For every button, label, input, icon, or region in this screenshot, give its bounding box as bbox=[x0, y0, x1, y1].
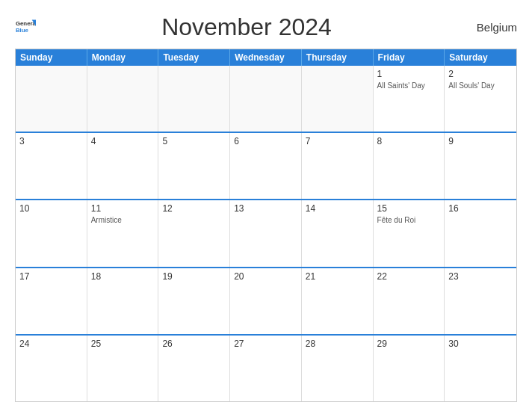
day-cell: 2All Souls' Day bbox=[445, 66, 516, 132]
day-cell: 23 bbox=[445, 268, 516, 334]
day-number: 15 bbox=[377, 203, 441, 214]
day-cell: 13 bbox=[230, 200, 302, 266]
day-number: 21 bbox=[306, 271, 369, 282]
day-number: 12 bbox=[162, 203, 226, 214]
day-number: 24 bbox=[19, 339, 83, 349]
day-number: 18 bbox=[91, 271, 155, 282]
day-cell: 14 bbox=[302, 200, 374, 266]
day-cell: 8 bbox=[374, 133, 445, 199]
day-cell: 1All Saints' Day bbox=[374, 66, 445, 132]
day-number: 3 bbox=[19, 136, 83, 146]
country-label: Belgium bbox=[457, 21, 517, 34]
day-number: 1 bbox=[377, 69, 441, 79]
day-cell: 29 bbox=[374, 336, 445, 401]
day-cell: 12 bbox=[158, 200, 230, 266]
day-header-saturday: Saturday bbox=[445, 49, 516, 66]
holiday-name: Armistice bbox=[91, 215, 155, 225]
day-cell: 27 bbox=[230, 336, 302, 401]
day-number: 30 bbox=[448, 339, 513, 349]
day-cell: 20 bbox=[230, 268, 302, 334]
day-header-thursday: Thursday bbox=[302, 49, 374, 66]
day-number: 25 bbox=[91, 339, 155, 349]
day-number: 10 bbox=[19, 203, 83, 214]
day-header-friday: Friday bbox=[374, 49, 445, 66]
day-cell: 26 bbox=[158, 336, 230, 401]
day-number: 28 bbox=[306, 339, 369, 349]
day-header-wednesday: Wednesday bbox=[230, 49, 302, 66]
day-number: 29 bbox=[377, 339, 441, 349]
calendar: SundayMondayTuesdayWednesdayThursdayFrid… bbox=[15, 49, 517, 402]
day-cell: 5 bbox=[158, 133, 230, 199]
day-number: 5 bbox=[162, 136, 226, 146]
day-number: 7 bbox=[306, 136, 369, 146]
day-cell: 17 bbox=[16, 268, 87, 334]
week-row-5: 24252627282930 bbox=[16, 334, 516, 401]
day-number: 19 bbox=[162, 271, 226, 282]
week-row-3: 1011Armistice12131415Fête du Roi16 bbox=[16, 199, 516, 266]
day-number: 2 bbox=[448, 69, 513, 79]
logo: General Blue bbox=[15, 17, 36, 38]
day-cell: 3 bbox=[16, 133, 87, 199]
day-header-tuesday: Tuesday bbox=[158, 49, 230, 66]
day-cell: 11Armistice bbox=[87, 200, 159, 266]
header: General Blue November 2024 Belgium bbox=[15, 13, 517, 41]
day-cell bbox=[87, 66, 159, 132]
day-headers-row: SundayMondayTuesdayWednesdayThursdayFrid… bbox=[16, 49, 516, 66]
svg-text:General: General bbox=[16, 20, 36, 27]
day-cell: 19 bbox=[158, 268, 230, 334]
day-cell: 6 bbox=[230, 133, 302, 199]
day-number: 16 bbox=[448, 203, 513, 214]
day-header-sunday: Sunday bbox=[16, 49, 87, 66]
day-cell: 10 bbox=[16, 200, 87, 266]
week-row-2: 3456789 bbox=[16, 132, 516, 199]
day-cell bbox=[302, 66, 374, 132]
day-cell: 18 bbox=[87, 268, 159, 334]
day-cell bbox=[158, 66, 230, 132]
month-title: November 2024 bbox=[36, 13, 457, 41]
generalblue-logo-icon: General Blue bbox=[15, 17, 36, 38]
holiday-name: All Saints' Day bbox=[377, 81, 441, 90]
day-number: 11 bbox=[91, 203, 155, 214]
day-cell: 30 bbox=[445, 336, 516, 401]
day-number: 9 bbox=[448, 136, 513, 146]
day-cell: 16 bbox=[445, 200, 516, 266]
day-cell: 4 bbox=[87, 133, 159, 199]
holiday-name: All Souls' Day bbox=[448, 81, 513, 90]
day-number: 13 bbox=[234, 203, 297, 214]
day-cell: 28 bbox=[302, 336, 374, 401]
day-number: 8 bbox=[377, 136, 441, 146]
day-number: 17 bbox=[19, 271, 83, 282]
day-cell bbox=[230, 66, 302, 132]
weeks-container: 1All Saints' Day2All Souls' Day345678910… bbox=[16, 66, 516, 401]
week-row-4: 17181920212223 bbox=[16, 267, 516, 334]
day-cell bbox=[16, 66, 87, 132]
day-number: 27 bbox=[234, 339, 297, 349]
day-header-monday: Monday bbox=[87, 49, 159, 66]
day-number: 4 bbox=[91, 136, 155, 146]
day-number: 20 bbox=[234, 271, 297, 282]
week-row-1: 1All Saints' Day2All Souls' Day bbox=[16, 66, 516, 132]
day-cell: 25 bbox=[87, 336, 159, 401]
day-cell: 24 bbox=[16, 336, 87, 401]
holiday-name: Fête du Roi bbox=[377, 215, 441, 225]
day-cell: 9 bbox=[445, 133, 516, 199]
day-number: 26 bbox=[162, 339, 226, 349]
day-number: 22 bbox=[377, 271, 441, 282]
page: General Blue November 2024 Belgium Sunda… bbox=[0, 0, 532, 411]
day-cell: 15Fête du Roi bbox=[374, 200, 445, 266]
day-number: 23 bbox=[448, 271, 513, 282]
svg-text:Blue: Blue bbox=[16, 27, 29, 34]
day-number: 6 bbox=[234, 136, 297, 146]
day-number: 14 bbox=[306, 203, 369, 214]
day-cell: 7 bbox=[302, 133, 374, 199]
day-cell: 21 bbox=[302, 268, 374, 334]
day-cell: 22 bbox=[374, 268, 445, 334]
